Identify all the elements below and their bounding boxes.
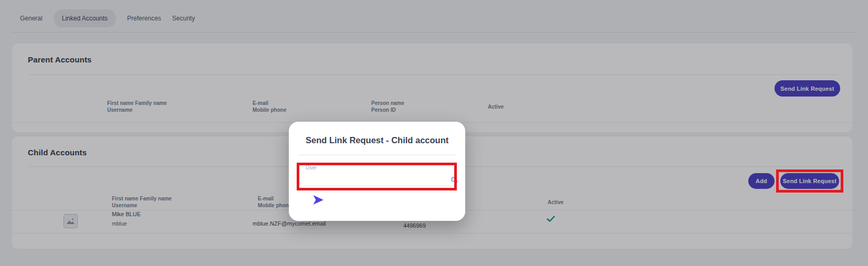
user-lookup-icon[interactable]	[451, 176, 458, 184]
linked-accounts-page: General Linked Accounts Preferences Secu…	[0, 0, 868, 266]
dialog-title: Send Link Request - Child account	[306, 135, 448, 145]
user-field: User	[305, 164, 456, 186]
send-arrow-icon[interactable]	[312, 195, 324, 205]
user-input-label: User	[306, 165, 317, 171]
user-input[interactable]	[305, 173, 456, 186]
divider	[299, 155, 456, 155]
send-link-request-dialog: Send Link Request - Child account User	[289, 122, 465, 221]
